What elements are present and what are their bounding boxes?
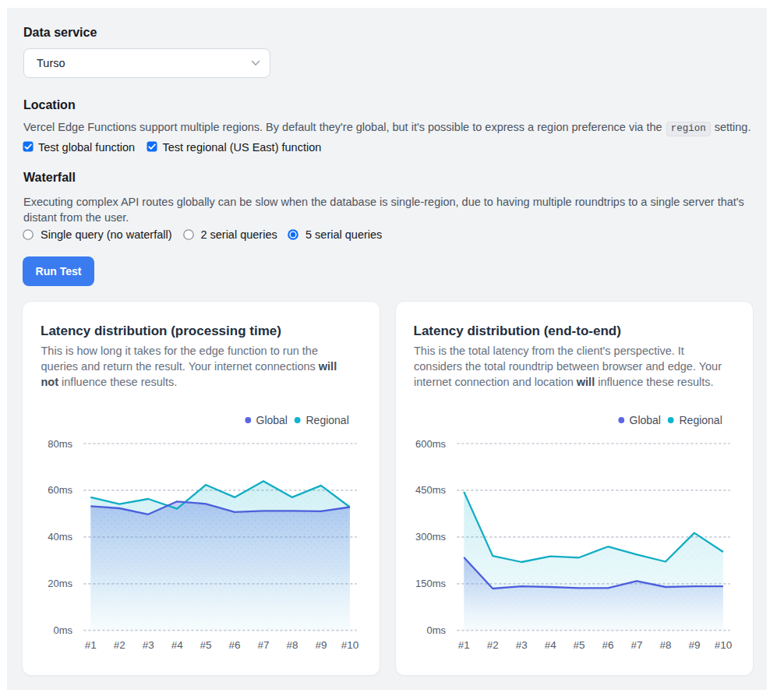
svg-text:#9: #9: [688, 639, 700, 651]
svg-text:600ms: 600ms: [415, 438, 446, 450]
svg-text:#6: #6: [229, 639, 241, 651]
svg-text:150ms: 150ms: [415, 578, 446, 589]
svg-text:#1: #1: [85, 639, 97, 651]
svg-text:#6: #6: [602, 639, 613, 651]
svg-text:#2: #2: [114, 639, 125, 651]
svg-text:#4: #4: [171, 639, 184, 651]
svg-text:#5: #5: [200, 639, 212, 651]
svg-text:60ms: 60ms: [48, 484, 72, 496]
svg-text:#5: #5: [573, 639, 584, 651]
svg-text:#10: #10: [341, 639, 359, 651]
svg-text:20ms: 20ms: [48, 578, 72, 589]
svg-text:Regional: Regional: [306, 414, 349, 426]
svg-text:0ms: 0ms: [426, 624, 446, 636]
svg-text:Regional: Regional: [679, 414, 722, 426]
svg-text:#4: #4: [544, 639, 556, 651]
svg-text:450ms: 450ms: [415, 484, 446, 496]
svg-text:#10: #10: [714, 639, 732, 651]
svg-text:Global: Global: [629, 414, 660, 426]
svg-text:#7: #7: [630, 639, 642, 651]
svg-text:#8: #8: [659, 639, 671, 651]
svg-text:80ms: 80ms: [48, 438, 72, 450]
svg-text:40ms: 40ms: [48, 531, 72, 543]
svg-text:#8: #8: [286, 639, 298, 651]
svg-text:#3: #3: [143, 639, 154, 651]
svg-text:300ms: 300ms: [415, 531, 446, 543]
svg-text:0ms: 0ms: [53, 624, 72, 636]
svg-text:#2: #2: [486, 639, 498, 651]
svg-text:#1: #1: [457, 639, 469, 651]
svg-text:#9: #9: [315, 639, 327, 651]
svg-text:#3: #3: [515, 639, 527, 651]
svg-text:#7: #7: [257, 639, 269, 651]
svg-text:Global: Global: [256, 414, 288, 426]
